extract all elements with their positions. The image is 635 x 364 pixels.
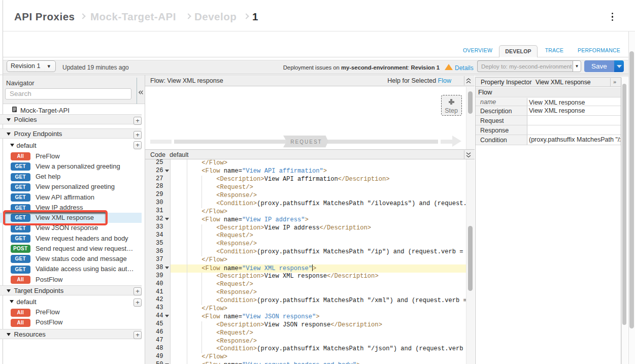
- svg-text:REQUEST: REQUEST: [290, 139, 322, 145]
